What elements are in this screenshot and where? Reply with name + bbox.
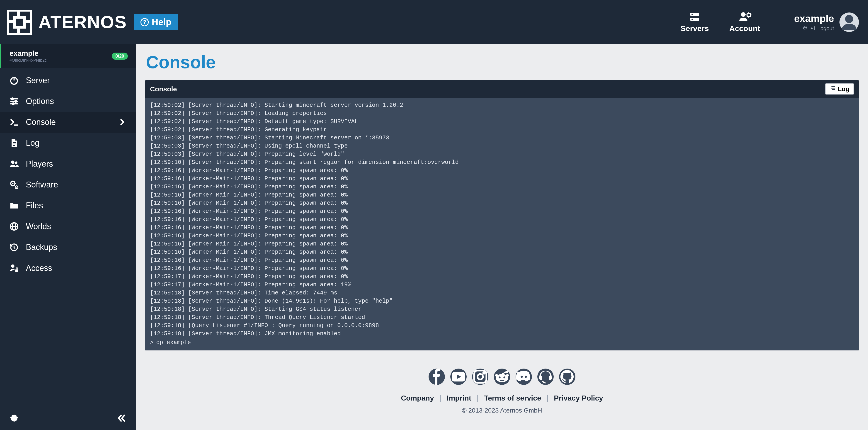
server-card[interactable]: example #OlhcDlhkHxPNfb2c 0/20	[0, 44, 136, 68]
svg-point-46	[483, 372, 485, 374]
account-name: example	[794, 13, 834, 24]
reddit-icon[interactable]	[494, 369, 510, 385]
console-line: [12:59:16] [Worker-Main-1/INFO]: Prepari…	[150, 232, 854, 240]
file-icon	[9, 138, 19, 148]
console-line: [12:59:18] [Server thread/INFO]: JMX mon…	[150, 330, 854, 338]
svg-point-20	[11, 98, 13, 100]
main: Console Console Log [12:59:02] [Server t…	[136, 44, 868, 430]
console-line: [12:59:16] [Worker-Main-1/INFO]: Prepari…	[150, 240, 854, 248]
console-line: [12:59:16] [Worker-Main-1/INFO]: Prepari…	[150, 216, 854, 224]
console-line: [12:59:16] [Worker-Main-1/INFO]: Prepari…	[150, 256, 854, 265]
prompt-icon: >	[150, 339, 153, 346]
sidebar-item-files[interactable]: Files	[0, 195, 136, 216]
instagram-icon[interactable]	[472, 369, 488, 385]
svg-point-22	[12, 103, 14, 105]
server-card-id: #OlhcDlhkHxPNfb2c	[9, 58, 112, 63]
svg-point-28	[15, 161, 18, 164]
sidebar-item-options[interactable]: Options	[0, 91, 136, 112]
svg-point-21	[15, 100, 17, 102]
console-panel-title: Console	[150, 85, 177, 93]
console-line: [12:59:18] [Server thread/INFO]: Startin…	[150, 305, 854, 313]
svg-rect-26	[13, 145, 15, 146]
sidebar-item-players[interactable]: Players	[0, 153, 136, 174]
sidebar-item-console[interactable]: Console	[0, 112, 136, 132]
sidebar-item-server[interactable]: Server	[0, 70, 136, 91]
svg-rect-37	[16, 270, 18, 272]
footer-tos[interactable]: Terms of service	[484, 394, 541, 402]
console-line: [12:59:02] [Server thread/INFO]: Default…	[150, 118, 854, 126]
console-line: [12:59:03] [Server thread/INFO]: Prepari…	[150, 150, 854, 158]
sidebar-item-access[interactable]: Access	[0, 258, 136, 279]
svg-point-53	[506, 374, 509, 377]
teamspeak-icon[interactable]	[537, 369, 554, 385]
sidebar-item-label: Log	[26, 138, 39, 148]
nav-account[interactable]: Account	[729, 11, 760, 33]
svg-rect-1	[9, 20, 13, 23]
logo-icon	[7, 10, 32, 35]
footer: Company | Imprint | Terms of service | P…	[136, 350, 868, 423]
svg-point-49	[503, 376, 505, 378]
sidebar-item-label: Console	[26, 117, 56, 127]
page-title: Console	[136, 44, 868, 80]
sidebar-item-backups[interactable]: Backups	[0, 237, 136, 258]
svg-rect-0	[14, 17, 24, 27]
svg-point-27	[11, 160, 14, 164]
help-button[interactable]: ? Help	[134, 14, 178, 30]
console-line: [12:59:17] [Worker-Main-1/INFO]: Prepari…	[150, 281, 854, 289]
console-line: [12:59:10] [Server thread/INFO]: Prepari…	[150, 158, 854, 166]
svg-rect-2	[26, 20, 30, 23]
collapse-icon[interactable]	[117, 413, 127, 423]
chevron-right-icon	[117, 117, 127, 127]
console-line: [12:59:02] [Server thread/INFO]: Loading…	[150, 110, 854, 118]
account-settings-icon[interactable]	[803, 25, 807, 31]
footer-privacy[interactable]: Privacy Policy	[554, 394, 603, 402]
console-line: [12:59:02] [Server thread/INFO]: Startin…	[150, 101, 854, 110]
svg-point-10	[691, 19, 693, 20]
console-input[interactable]	[156, 339, 854, 346]
avatar[interactable]	[839, 12, 859, 32]
nav-account-label: Account	[729, 24, 760, 33]
svg-point-45	[477, 374, 483, 379]
users-icon	[9, 159, 19, 169]
svg-rect-3	[17, 11, 20, 16]
sidebar-item-label: Worlds	[26, 222, 51, 231]
footer-imprint[interactable]: Imprint	[447, 394, 471, 402]
discord-icon[interactable]	[516, 369, 532, 385]
power-icon	[9, 75, 19, 86]
youtube-icon[interactable]	[450, 369, 467, 385]
github-icon[interactable]	[559, 369, 576, 385]
sidebar-item-log[interactable]: Log	[0, 132, 136, 153]
nav-servers[interactable]: Servers	[681, 11, 709, 33]
footer-sep: |	[439, 394, 441, 402]
server-card-name: example	[9, 49, 112, 58]
header: ATERNOS ? Help Servers Account	[0, 0, 868, 44]
help-icon: ?	[141, 18, 149, 26]
console-line: [12:59:16] [Worker-Main-1/INFO]: Prepari…	[150, 183, 854, 191]
console-line: [12:59:18] [Server thread/INFO]: Time el…	[150, 289, 854, 297]
console-line: [12:59:16] [Worker-Main-1/INFO]: Prepari…	[150, 265, 854, 273]
footer-sep: |	[476, 394, 478, 402]
terminal-icon	[9, 117, 19, 127]
console-line: [12:59:16] [Worker-Main-1/INFO]: Prepari…	[150, 199, 854, 207]
console-input-line: >	[150, 339, 854, 346]
sidebar-item-label: Players	[26, 159, 53, 168]
svg-point-55	[525, 376, 527, 378]
sidebar-item-label: Backups	[26, 243, 57, 252]
brand[interactable]: ATERNOS	[7, 10, 127, 35]
log-button[interactable]: Log	[825, 84, 854, 94]
sidebar: example #OlhcDlhkHxPNfb2c 0/20 Server Op…	[0, 44, 136, 430]
sidebar-item-worlds[interactable]: Worlds	[0, 216, 136, 237]
gears-icon	[9, 180, 19, 190]
account-block: example Logout	[794, 12, 859, 32]
sidebar-item-software[interactable]: Software	[0, 174, 136, 195]
footer-company[interactable]: Company	[401, 394, 434, 402]
servers-icon	[688, 11, 701, 22]
logout-link[interactable]: Logout	[811, 25, 834, 31]
svg-point-9	[691, 13, 693, 15]
svg-text:?: ?	[143, 19, 146, 25]
svg-line-51	[502, 372, 506, 374]
brand-text: ATERNOS	[38, 12, 127, 32]
svg-point-13	[804, 27, 806, 28]
settings-icon[interactable]	[9, 413, 19, 423]
facebook-icon[interactable]	[429, 369, 445, 385]
